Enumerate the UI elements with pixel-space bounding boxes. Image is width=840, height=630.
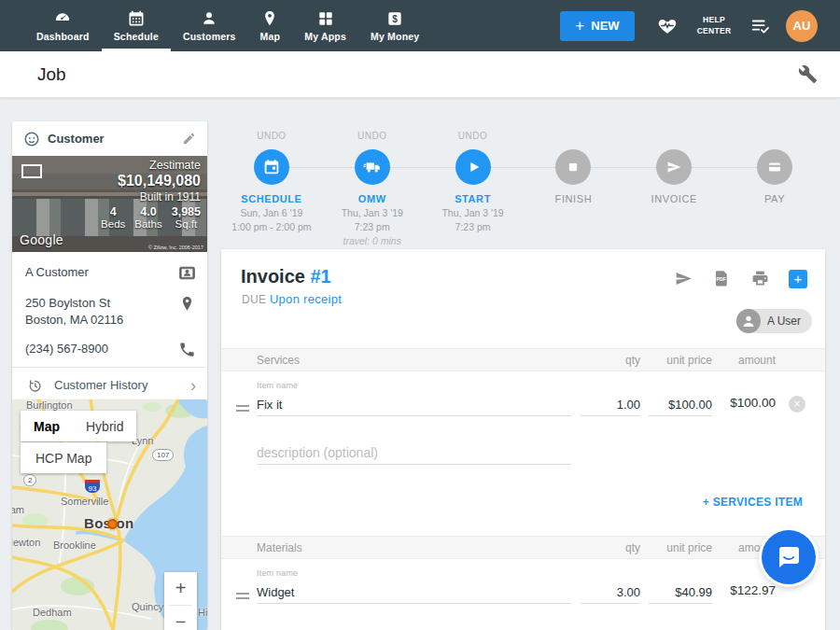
customer-phone: (234) 567-8900 bbox=[25, 341, 178, 357]
nav-item-my-apps[interactable]: My Apps bbox=[292, 0, 358, 51]
map-type-hybrid-button[interactable]: Hybrid bbox=[73, 411, 136, 441]
step-invoice-circle[interactable] bbox=[656, 149, 692, 185]
invoice-header: Invoice #1 DUE Upon receipt PDF + A User bbox=[221, 249, 825, 348]
step-finish: FINISH bbox=[523, 131, 623, 246]
add-services-item-link[interactable]: + SERVICES ITEM bbox=[703, 496, 803, 509]
contact-card-icon[interactable] bbox=[178, 264, 196, 282]
step-schedule: UNDO SCHEDULE Sun, Jan 6 '19 1:00 pm - 2… bbox=[221, 131, 322, 246]
hcp-map-button[interactable]: HCP Map bbox=[21, 442, 106, 473]
customer-card-title: Customer bbox=[48, 132, 175, 146]
phone-icon[interactable] bbox=[178, 341, 196, 358]
section-title: Materials bbox=[257, 541, 302, 554]
new-button[interactable]: + NEW bbox=[560, 11, 635, 41]
remove-service-item-button[interactable]: × bbox=[789, 396, 805, 413]
route-107-badge: 107 bbox=[152, 449, 174, 461]
user-avatar[interactable]: AU bbox=[786, 10, 818, 42]
chat-support-bubble[interactable] bbox=[762, 530, 816, 584]
customer-card-header: Customer bbox=[12, 121, 207, 156]
drag-handle-icon[interactable] bbox=[236, 405, 249, 412]
section-gap bbox=[221, 520, 825, 536]
customer-phone-row: (234) 567-8900 bbox=[25, 334, 196, 365]
customer-address: 250 Boylston StBoston, MA 02116 bbox=[25, 295, 178, 328]
map-type-map-button[interactable]: Map bbox=[21, 411, 73, 441]
money-icon: $ bbox=[385, 9, 404, 28]
property-street-view-photo[interactable]: Zestimate $10,149,080 Built in 1911 4Bed… bbox=[12, 156, 207, 252]
undo-schedule-button[interactable]: UNDO bbox=[221, 131, 322, 141]
step-finish-circle[interactable] bbox=[555, 149, 591, 185]
service-line-item: Item name $100.00 × bbox=[221, 371, 825, 439]
step-label: FINISH bbox=[523, 193, 623, 204]
map-label-waltham: Waltham bbox=[12, 504, 24, 515]
sqft-value: 3,985 bbox=[172, 205, 201, 218]
step-travel: travel: 0 mins bbox=[322, 235, 423, 246]
job-location-marker[interactable] bbox=[107, 519, 118, 529]
help-center-link[interactable]: HELP CENTER bbox=[693, 15, 735, 35]
property-stats: 4Beds 4.0Baths 3,985Sq.ft bbox=[101, 205, 201, 230]
col-amount: amount bbox=[738, 354, 776, 367]
nav-label: Dashboard bbox=[36, 31, 90, 42]
pdf-icon[interactable]: PDF bbox=[712, 269, 732, 288]
nav-item-schedule[interactable]: Schedule bbox=[102, 0, 171, 51]
section-title: Services bbox=[257, 354, 300, 367]
job-settings-tools-icon[interactable] bbox=[798, 64, 818, 84]
nav-label: Map bbox=[260, 31, 281, 42]
material-amount: $122.97 bbox=[692, 583, 776, 597]
services-section-header: Services qty unit price amount bbox=[221, 348, 825, 371]
truck-icon bbox=[362, 157, 383, 177]
baths-label: Baths bbox=[134, 218, 161, 230]
customer-name: A Customer bbox=[25, 264, 178, 281]
zestimate-label: Zestimate bbox=[101, 159, 201, 172]
send-invoice-icon[interactable] bbox=[674, 269, 693, 288]
service-qty-input[interactable] bbox=[581, 394, 640, 416]
invoice-number-link[interactable]: #1 bbox=[310, 266, 330, 287]
undo-start-button[interactable]: UNDO bbox=[423, 131, 524, 141]
step-label: OMW bbox=[322, 193, 423, 204]
step-invoice: INVOICE bbox=[623, 131, 724, 246]
print-icon[interactable] bbox=[750, 269, 770, 288]
activity-checklist-icon[interactable] bbox=[750, 16, 771, 36]
edit-pencil-icon[interactable] bbox=[182, 132, 196, 146]
nav-item-map[interactable]: Map bbox=[248, 0, 293, 51]
expand-photo-icon[interactable] bbox=[21, 164, 42, 178]
step-label: START bbox=[423, 193, 524, 204]
item-name-label: Item name bbox=[257, 381, 298, 390]
location-pin-icon[interactable] bbox=[178, 295, 196, 313]
materials-section-header: Materials qty unit price amount bbox=[221, 536, 825, 559]
nav-item-my-money[interactable]: $ My Money bbox=[358, 0, 431, 51]
nav-item-dashboard[interactable]: Dashboard bbox=[24, 0, 102, 51]
step-start-circle[interactable] bbox=[455, 149, 491, 185]
material-qty-input[interactable] bbox=[581, 581, 640, 604]
step-schedule-circle[interactable] bbox=[254, 149, 289, 185]
step-date: Thu, Jan 3 '19 bbox=[322, 207, 423, 218]
map-type-buttons: Map Hybrid bbox=[21, 411, 136, 441]
col-unit-price: unit price bbox=[666, 354, 712, 367]
material-name-input[interactable] bbox=[257, 581, 571, 604]
apps-grid-icon bbox=[316, 9, 335, 28]
col-qty: qty bbox=[625, 354, 640, 367]
assigned-user-chip[interactable]: A User bbox=[736, 309, 812, 333]
step-time: 1:00 pm - 2:00 pm bbox=[221, 221, 322, 232]
step-omw-circle[interactable] bbox=[355, 149, 390, 185]
customer-history-row[interactable]: Customer History › bbox=[12, 367, 207, 402]
zoom-in-button[interactable]: + bbox=[164, 572, 197, 605]
add-invoice-button[interactable]: + bbox=[789, 270, 807, 288]
step-omw: UNDO OMW Thu, Jan 3 '19 7:23 pm travel: … bbox=[322, 131, 423, 246]
service-amount: $100.00 bbox=[692, 396, 776, 410]
service-name-input[interactable] bbox=[257, 394, 571, 416]
map-label-brookline: Brookline bbox=[53, 539, 96, 551]
zoom-out-button[interactable]: − bbox=[164, 606, 197, 630]
step-label: PAY bbox=[724, 193, 825, 204]
step-time: 7:23 pm bbox=[423, 221, 524, 232]
undo-omw-button[interactable]: UNDO bbox=[322, 131, 423, 141]
stop-icon bbox=[563, 157, 583, 177]
job-progress-steps: UNDO SCHEDULE Sun, Jan 6 '19 1:00 pm - 2… bbox=[221, 131, 825, 246]
map-widget[interactable]: Burlington Lynn Somerville Boston Brookl… bbox=[12, 399, 207, 630]
service-description-input[interactable] bbox=[257, 441, 571, 465]
drag-handle-icon[interactable] bbox=[236, 593, 249, 599]
health-heart-icon[interactable] bbox=[657, 16, 678, 36]
zestimate-info: Zestimate $10,149,080 Built in 1911 4Bed… bbox=[101, 159, 201, 230]
step-pay-circle[interactable] bbox=[757, 149, 792, 185]
due-terms-link[interactable]: Upon receipt bbox=[270, 292, 342, 306]
nav-item-customers[interactable]: Customers bbox=[171, 0, 248, 51]
map-label-somerville: Somerville bbox=[61, 496, 108, 507]
